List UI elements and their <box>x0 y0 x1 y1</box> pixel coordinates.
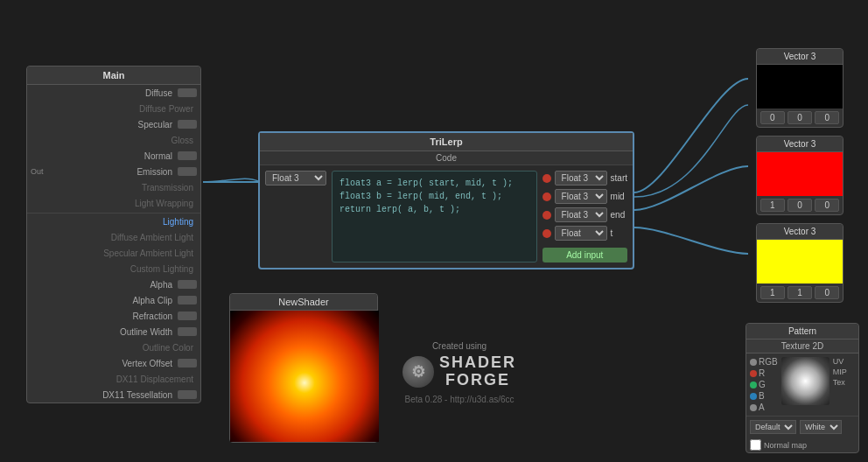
vector-1-z[interactable]: 0 <box>815 111 839 124</box>
channel-dot-b <box>750 393 757 400</box>
channel-label-b: B <box>759 391 765 401</box>
shaderforge-logo: ⚙ SHADER FORGE <box>402 354 516 389</box>
trilerp-main-type-select[interactable]: Float 3 <box>265 171 326 186</box>
panel-row-gloss: Gloss <box>27 132 200 148</box>
panel-row-normal: Normal <box>27 148 200 164</box>
vector-3-y[interactable]: 1 <box>788 286 812 299</box>
pattern-tex-label: Tex <box>833 378 847 387</box>
vector-1-x[interactable]: 0 <box>760 111 785 124</box>
vector-node-1-color <box>757 65 843 108</box>
pattern-uv-label: UV <box>833 357 847 366</box>
panel-label-dx11-tessellation: DX11 Tessellation <box>31 390 172 400</box>
vector-node-3: Vector 3 1 1 0 <box>756 223 844 303</box>
normal-map-label: Normal map <box>764 441 807 450</box>
output-dot-start <box>542 174 551 183</box>
panel-label-lighting: Lighting <box>31 217 193 227</box>
pattern-node-title: Pattern <box>746 324 858 340</box>
panel-label-refraction: Refraction <box>31 312 172 321</box>
connector-specular <box>178 120 197 129</box>
panel-row-diffuse: Diffuse <box>27 85 200 101</box>
output-dot-t <box>542 229 551 238</box>
shader-preview-title: NewShader <box>230 294 377 311</box>
output-type-end[interactable]: Float 3 <box>555 207 607 222</box>
vector-3-x[interactable]: 1 <box>760 286 785 299</box>
vector-1-y[interactable]: 0 <box>788 111 812 124</box>
panel-label-diffuse-ambient: Diffuse Ambient Light <box>31 233 193 242</box>
pattern-right-options: UV MIP Tex <box>833 357 847 412</box>
main-panel: Main Diffuse Diffuse Power Specular Glos… <box>26 66 201 403</box>
normal-map-row: Normal map <box>746 438 858 452</box>
trilerp-node[interactable]: TriLerp Code Float 3 float3 a = lerp( st… <box>258 131 634 270</box>
panel-row-alpha: Alpha <box>27 276 200 292</box>
panel-label-vertex-offset: Vertex Offset <box>31 359 172 368</box>
trilerp-title: TriLerp <box>260 133 633 151</box>
shaderforge-info: Created using ⚙ SHADER FORGE Beta 0.28 -… <box>402 341 516 404</box>
connector-alpha-clip <box>178 296 197 304</box>
pattern-node-body: RGB R G B A UV MIP Tex <box>746 354 858 416</box>
connector-emission <box>178 167 197 176</box>
shaderforge-icon: ⚙ <box>402 356 434 388</box>
panel-label-diffuse: Diffuse <box>31 88 172 98</box>
panel-label-specular: Specular <box>31 120 172 130</box>
panel-row-transmission: Transmission <box>27 179 200 195</box>
panel-row-diffuse-ambient: Diffuse Ambient Light <box>27 229 200 245</box>
pattern-white-select[interactable]: White <box>800 420 842 434</box>
shader-canvas <box>230 311 379 442</box>
vector-node-1: Vector 3 0 0 0 <box>756 48 844 128</box>
channel-rgb: RGB <box>750 357 778 367</box>
trilerp-subtitle: Code <box>260 151 633 165</box>
channel-dot-r <box>750 370 757 377</box>
panel-label-diffuse-power: Diffuse Power <box>31 104 193 114</box>
vector-node-3-values: 1 1 0 <box>757 284 843 302</box>
vector-node-2: Vector 3 1 0 0 <box>756 136 844 215</box>
vector-node-2-values: 1 0 0 <box>757 196 843 214</box>
panel-row-outline-width: Outline Width <box>27 324 200 340</box>
channel-dot-rgb <box>750 359 757 366</box>
channel-b: B <box>750 391 778 401</box>
pattern-channels: RGB R G B A <box>750 357 778 412</box>
pattern-default-select[interactable]: Default <box>750 420 796 434</box>
sf-text-1: SHADER <box>439 354 516 372</box>
output-label-start: start <box>611 173 627 183</box>
connector-normal <box>178 151 197 160</box>
output-label-t: t <box>611 228 613 238</box>
vector-3-z[interactable]: 0 <box>815 286 839 299</box>
trilerp-main-input: Float 3 <box>265 171 326 186</box>
output-type-mid[interactable]: Float 3 <box>555 189 607 204</box>
channel-a: A <box>750 402 778 412</box>
pattern-node-subtitle: Texture 2D <box>746 340 858 354</box>
output-type-t[interactable]: Float <box>555 226 607 241</box>
panel-row-lighting: Lighting <box>27 214 200 229</box>
pattern-bottom: Default White <box>746 416 858 438</box>
panel-row-dx11-tessellation: DX11 Tessellation <box>27 387 200 402</box>
channel-g: G <box>750 380 778 389</box>
vector-node-1-values: 0 0 0 <box>757 108 843 127</box>
vector-node-1-title: Vector 3 <box>757 49 843 65</box>
vector-node-3-color <box>757 240 843 284</box>
panel-label-dx11-displacement: DX11 Displacement <box>31 374 193 384</box>
panel-row-alpha-clip: Alpha Clip <box>27 292 200 308</box>
trilerp-code: float3 a = lerp( start, mid, t ); float3… <box>332 171 537 262</box>
pattern-mip-label: MIP <box>833 368 847 376</box>
vector-2-y[interactable]: 0 <box>788 199 812 212</box>
vector-2-z[interactable]: 0 <box>815 199 839 212</box>
add-input-button[interactable]: Add input <box>542 248 627 262</box>
vector-node-2-title: Vector 3 <box>757 136 843 152</box>
output-row-t: Float t <box>542 226 627 241</box>
channel-label-rgb: RGB <box>759 357 778 367</box>
trilerp-left-inputs: Float 3 <box>265 171 326 262</box>
output-row-start: Float 3 start <box>542 171 627 186</box>
panel-row-vertex-offset: Vertex Offset <box>27 355 200 371</box>
connector-alpha <box>178 280 197 289</box>
vector-2-x[interactable]: 1 <box>760 199 785 212</box>
normal-map-checkbox[interactable] <box>750 439 761 451</box>
output-dot-mid <box>542 192 551 201</box>
panel-row-dx11-displacement: DX11 Displacement <box>27 371 200 387</box>
output-row-mid: Float 3 mid <box>542 189 627 204</box>
output-type-start[interactable]: Float 3 <box>555 171 607 186</box>
connector-outline-width <box>178 327 197 336</box>
channel-r: R <box>750 368 778 378</box>
panel-label-transmission: Transmission <box>31 183 193 192</box>
trilerp-right-outputs: Float 3 start Float 3 mid Float 3 end <box>542 171 627 262</box>
panel-row-custom-lighting: Custom Lighting <box>27 261 200 276</box>
